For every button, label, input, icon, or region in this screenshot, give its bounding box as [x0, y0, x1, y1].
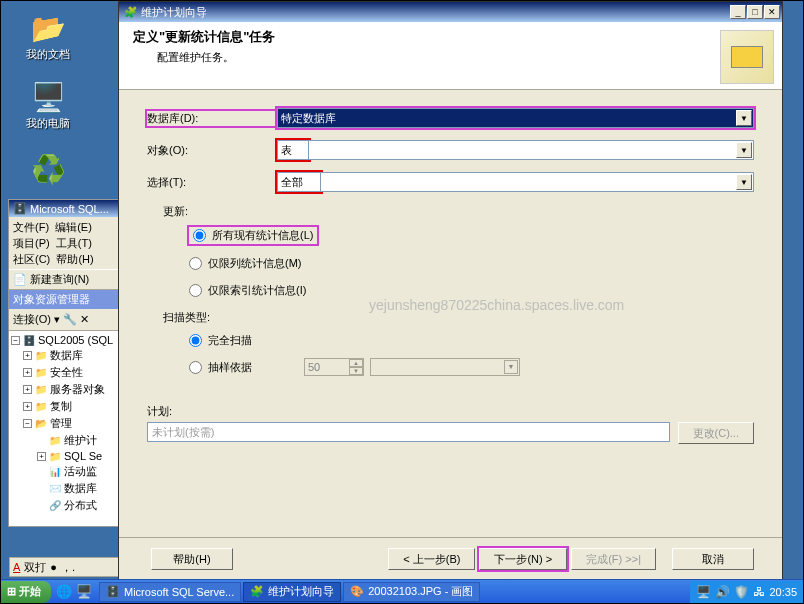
sql-title-text: Microsoft SQL... [30, 203, 109, 215]
tree-node[interactable]: 数据库 [50, 348, 83, 363]
expand-icon[interactable]: + [23, 385, 32, 394]
tray-icon[interactable]: 🛡️ [734, 585, 749, 599]
maximize-button[interactable]: □ [747, 5, 763, 19]
spin-down-icon[interactable]: ▼ [349, 367, 363, 375]
next-button[interactable]: 下一步(N) > [479, 548, 567, 570]
expand-icon[interactable]: + [23, 402, 32, 411]
sample-unit-select[interactable]: ▼ [370, 358, 520, 376]
menu-project[interactable]: 项目(P) [13, 237, 50, 249]
selection-select[interactable]: 全部 [277, 172, 321, 192]
tree-node[interactable]: 复制 [50, 399, 72, 414]
new-query-icon: 📄 [13, 273, 27, 286]
radio-full-scan[interactable] [189, 334, 202, 347]
taskbar-label: 维护计划向导 [268, 584, 334, 599]
object-select[interactable]: 表 [277, 140, 309, 160]
taskbar-btn-sqlstudio[interactable]: 🗄️Microsoft SQL Serve... [99, 582, 241, 602]
server-icon: 🗄️ [22, 335, 36, 346]
scan-type-label: 扫描类型: [163, 310, 754, 325]
folder-icon: 📁 [34, 401, 48, 412]
maintenance-wizard-dialog: 🧩维护计划向导 _ □ ✕ 定义"更新统计信息"任务 配置维护任务。 数据库(D… [118, 1, 783, 581]
back-button[interactable]: < 上一步(B) [388, 548, 475, 570]
tree-leaf[interactable]: 数据库 [64, 481, 97, 496]
tree-leaf[interactable]: 维护计 [64, 433, 97, 448]
change-button[interactable]: 更改(C)... [678, 422, 754, 444]
ime-a[interactable]: A [13, 561, 20, 573]
wizard-header-title: 定义"更新统计信息"任务 [133, 28, 768, 46]
ime-mode[interactable]: 双打 [24, 560, 46, 575]
help-button[interactable]: 帮助(H) [151, 548, 233, 570]
menu-edit[interactable]: 编辑(E) [55, 221, 92, 233]
tree-leaf[interactable]: 活动监 [64, 464, 97, 479]
taskbar-label: 20032103.JPG - 画图 [368, 584, 473, 599]
selection-select-ext[interactable]: ▼ [320, 172, 754, 192]
plan-input[interactable]: 未计划(按需) [147, 422, 670, 442]
wizard-footer: 帮助(H) < 上一步(B) 下一步(N) > 完成(F) >>| 取消 [119, 537, 782, 570]
tree-leaf[interactable]: 分布式 [64, 498, 97, 513]
database-label: 数据库(D): [147, 111, 277, 126]
chevron-down-icon: ▼ [736, 174, 752, 190]
tree-root[interactable]: SQL2005 (SQL [38, 334, 113, 346]
sample-value: 50 [308, 361, 320, 373]
tray-icon[interactable]: 🔊 [715, 585, 730, 599]
tree-leaf[interactable]: SQL Se [64, 450, 102, 462]
new-query-button[interactable]: 新建查询(N) [30, 272, 89, 287]
quick-launch: 🌐 🖥️ [51, 583, 97, 601]
start-button[interactable]: ⊞ 开始 [1, 581, 51, 603]
menu-community[interactable]: 社区(C) [13, 253, 50, 265]
ime-dot[interactable]: ● [50, 561, 57, 573]
folder-icon: 📁 [48, 435, 62, 446]
taskbar-btn-paint[interactable]: 🎨20032103.JPG - 画图 [343, 582, 480, 602]
minimize-button[interactable]: _ [730, 5, 746, 19]
radio-sample-label: 抽样依据 [208, 360, 298, 375]
folder-icon: 📁 [34, 367, 48, 378]
radio-sample[interactable] [189, 361, 202, 374]
chevron-down-icon: ▼ [504, 360, 518, 374]
ime-more[interactable]: ，. [61, 560, 75, 575]
app-icon: 🗄️ [106, 585, 120, 598]
expand-icon[interactable]: + [23, 368, 32, 377]
spin-up-icon[interactable]: ▲ [349, 359, 363, 367]
radio-all-stats-label: 所有现有统计信息(L) [212, 228, 313, 243]
chevron-down-icon: ▼ [736, 110, 752, 126]
ql-desktop-icon[interactable]: 🖥️ [75, 583, 93, 601]
ql-ie-icon[interactable]: 🌐 [55, 583, 73, 601]
start-label: 开始 [19, 584, 41, 599]
folder-icon: 📁 [48, 451, 62, 462]
icon-label: 我的文档 [13, 47, 83, 62]
expand-icon[interactable]: + [37, 452, 46, 461]
collapse-icon[interactable]: − [23, 419, 32, 428]
tree-node[interactable]: 服务器对象 [50, 382, 105, 397]
cancel-button[interactable]: 取消 [672, 548, 754, 570]
tree-node[interactable]: 安全性 [50, 365, 83, 380]
database-select[interactable]: 特定数据库 ▼ [277, 108, 754, 128]
radio-all-stats[interactable] [193, 229, 206, 242]
app-icon: 🗄️ [13, 202, 27, 215]
taskbar-btn-wizard[interactable]: 🧩维护计划向导 [243, 582, 341, 602]
radio-idx-only[interactable] [189, 284, 202, 297]
folder-icon: 📁 [34, 384, 48, 395]
collapse-icon[interactable]: − [11, 336, 20, 345]
wizard-titlebar[interactable]: 🧩维护计划向导 _ □ ✕ [119, 2, 782, 22]
system-tray[interactable]: 🖥️ 🔊 🛡️ 🖧 20:35 [690, 581, 803, 603]
monitor-icon: 📊 [48, 466, 62, 477]
dist-icon: 🔗 [48, 500, 62, 511]
finish-button[interactable]: 完成(F) >>| [571, 548, 656, 570]
menu-file[interactable]: 文件(F) [13, 221, 49, 233]
clock[interactable]: 20:35 [769, 586, 797, 598]
windows-icon: ⊞ [7, 585, 16, 598]
desktop-icon-documents[interactable]: 📂 我的文档 [13, 12, 83, 62]
desktop-icon-computer[interactable]: 🖥️ 我的电脑 [13, 81, 83, 131]
tree-node-mgmt[interactable]: 管理 [50, 416, 72, 431]
menu-tools[interactable]: 工具(T) [56, 237, 92, 249]
expand-icon[interactable]: + [23, 351, 32, 360]
wizard-header: 定义"更新统计信息"任务 配置维护任务。 [119, 22, 782, 90]
object-select-ext[interactable]: ▼ [308, 140, 754, 160]
tray-icon[interactable]: 🖥️ [696, 585, 711, 599]
folder-icon: 📁 [34, 350, 48, 361]
radio-col-only[interactable] [189, 257, 202, 270]
desktop-icon-recycle[interactable]: ♻️ [13, 153, 83, 188]
menu-help[interactable]: 帮助(H) [56, 253, 93, 265]
tray-icon[interactable]: 🖧 [753, 585, 765, 599]
close-button[interactable]: ✕ [764, 5, 780, 19]
sample-spinner[interactable]: 50 ▲▼ [304, 358, 364, 376]
